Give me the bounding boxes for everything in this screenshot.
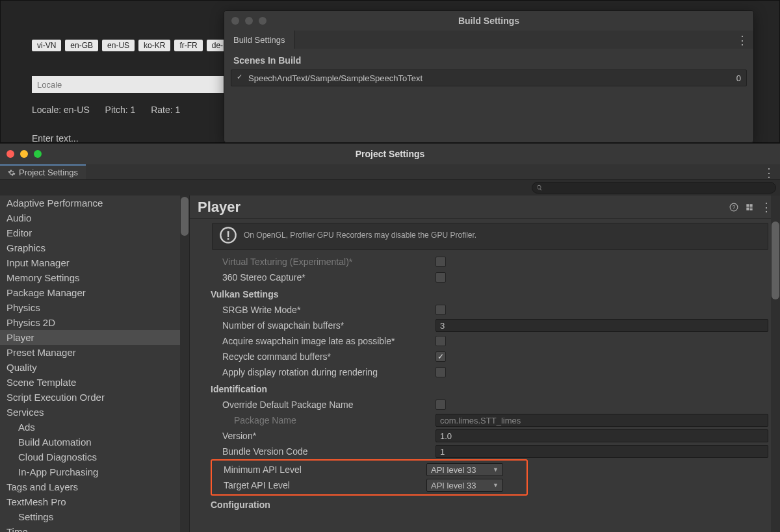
section-configuration: Configuration [202, 496, 768, 513]
sidebar-item-editor[interactable]: Editor [0, 225, 189, 240]
tag-enus[interactable]: en-US [102, 40, 135, 51]
zoom-icon[interactable] [259, 17, 266, 25]
ps-sidebar[interactable]: Adaptive Performance Audio Editor Graphi… [0, 196, 190, 532]
ps-titlebar[interactable]: Project Settings [0, 144, 780, 164]
label-recycle: Recycle command buffers* [222, 351, 436, 362]
scene-list[interactable]: SpeechAndText/Sample/SampleSpeechToText … [231, 70, 747, 86]
main-scroll[interactable]: ! On OpenGL, Profiler GPU Recorders may … [190, 219, 780, 532]
tag-engb[interactable]: en-GB [65, 40, 98, 51]
close-icon[interactable] [231, 17, 239, 25]
gear-icon [8, 169, 16, 177]
label-version: Version* [222, 431, 436, 441]
input-bundle-code[interactable]: 1 [436, 445, 768, 458]
sidebar-item-time[interactable]: Time [0, 524, 189, 532]
label-stereo-capture: 360 Stereo Capture* [222, 272, 436, 283]
label-override-pkg: Override Default Package Name [222, 399, 436, 410]
input-version[interactable]: 1.0 [436, 429, 768, 442]
info-text: On OpenGL, Profiler GPU Recorders may di… [244, 231, 476, 240]
close-icon[interactable] [6, 150, 14, 158]
project-settings-window: Project Settings Project Settings ⋮ Adap… [0, 143, 780, 532]
sidebar-item-scene-template[interactable]: Scene Template [0, 375, 189, 390]
chevron-down-icon: ▼ [493, 466, 499, 473]
sidebar-item-package-manager[interactable]: Package Manager [0, 285, 189, 300]
sidebar-item-tmp-settings[interactable]: Settings [0, 509, 189, 524]
tag-vi[interactable]: vi-VN [32, 40, 61, 51]
kebab-icon[interactable]: ⋮ [763, 166, 775, 180]
label-swapchain-buffers: Number of swapchain buffers* [222, 320, 436, 331]
sidebar-item-quality[interactable]: Quality [0, 360, 189, 375]
input-swapchain-buffers[interactable]: 3 [436, 319, 768, 332]
label-apply-rotation: Apply display rotation during rendering [222, 367, 436, 377]
tag-kokr[interactable]: ko-KR [138, 40, 170, 51]
main-header: Player ? ⋮ [190, 196, 780, 219]
checkbox-srgb[interactable] [436, 305, 446, 315]
sidebar-item-services[interactable]: Services [0, 405, 189, 420]
label-srgb: SRGB Write Mode* [222, 305, 436, 315]
dropdown-target-api[interactable]: API level 33▼ [426, 479, 503, 492]
ps-window-title: Project Settings [356, 149, 425, 159]
sidebar-item-adaptive-performance[interactable]: Adaptive Performance [0, 196, 189, 210]
minimize-icon[interactable] [245, 17, 253, 25]
sidebar-item-build-automation[interactable]: Build Automation [0, 435, 189, 450]
section-vulkan: Vulkan Settings [202, 285, 768, 302]
sidebar-item-cloud-diagnostics[interactable]: Cloud Diagnostics [0, 450, 189, 464]
section-identification: Identification [202, 380, 768, 397]
sidebar-item-in-app-purchasing[interactable]: In-App Purchasing [0, 464, 189, 479]
main-scrollbar[interactable] [771, 196, 780, 532]
highlighted-api-levels: Minimum API Level API level 33▼ Target A… [211, 459, 528, 496]
minimize-icon[interactable] [20, 150, 28, 158]
sidebar-item-script-execution-order[interactable]: Script Execution Order [0, 390, 189, 405]
label-virtual-texturing: Virtual Texturing (Experimental)* [222, 257, 436, 267]
sidebar-item-preset-manager[interactable]: Preset Manager [0, 345, 189, 360]
build-settings-window: Build Settings Build Settings ⋮ Scenes I… [224, 10, 754, 143]
sidebar-item-physics-2d[interactable]: Physics 2D [0, 315, 189, 330]
sidebar-item-audio[interactable]: Audio [0, 210, 189, 225]
scene-index: 0 [736, 73, 741, 83]
info-icon: ! [219, 226, 237, 244]
label-target-api: Target API Level [224, 480, 426, 490]
checkbox-apply-rotation[interactable] [436, 367, 446, 377]
checkmark-icon[interactable] [237, 74, 244, 82]
scene-path: SpeechAndText/Sample/SampleSpeechToText [248, 73, 422, 83]
label-acquire-late: Acquire swapchain image late as possible… [222, 336, 436, 346]
status-rate: Rate: 1 [151, 105, 180, 115]
tag-frfr[interactable]: fr-FR [174, 40, 202, 51]
label-min-api: Minimum API Level [224, 464, 426, 475]
checkbox-acquire-late[interactable] [436, 336, 446, 346]
chevron-down-icon: ▼ [493, 482, 499, 488]
sidebar-item-ads[interactable]: Ads [0, 420, 189, 435]
sidebar-scrollbar[interactable] [180, 196, 189, 532]
sidebar-item-input-manager[interactable]: Input Manager [0, 255, 189, 270]
sidebar-item-memory-settings[interactable]: Memory Settings [0, 270, 189, 285]
preset-icon[interactable] [745, 203, 754, 212]
search-input[interactable] [532, 182, 776, 194]
dropdown-min-api[interactable]: API level 33▼ [426, 463, 503, 476]
ps-tabbar: Project Settings ⋮ [0, 164, 780, 180]
sidebar-item-tags-layers[interactable]: Tags and Layers [0, 479, 189, 494]
build-tabbar: Build Settings ⋮ [224, 31, 753, 49]
status-pitch: Pitch: 1 [105, 105, 136, 115]
checkbox-override-pkg[interactable] [436, 399, 446, 410]
svg-text:!: ! [226, 229, 230, 242]
checkbox-virtual-texturing[interactable] [436, 257, 446, 267]
info-box: ! On OpenGL, Profiler GPU Recorders may … [212, 223, 768, 250]
kebab-icon[interactable]: ⋮ [736, 33, 748, 47]
locale-input[interactable] [32, 76, 227, 93]
help-icon[interactable]: ? [729, 203, 738, 212]
ps-main: Player ? ⋮ ! On OpenGL, Profiler GPU Rec… [190, 196, 780, 532]
sidebar-item-graphics[interactable]: Graphics [0, 240, 189, 255]
sidebar-item-player[interactable]: Player [0, 330, 189, 345]
zoom-icon[interactable] [34, 150, 42, 158]
ps-searchbar [0, 180, 780, 196]
svg-text:?: ? [733, 204, 736, 210]
label-bundle-code: Bundle Version Code [222, 446, 436, 457]
ps-tab-label: Project Settings [19, 168, 78, 177]
checkbox-stereo-capture[interactable] [436, 272, 446, 283]
tab-project-settings[interactable]: Project Settings [0, 164, 86, 179]
tab-build-settings[interactable]: Build Settings [224, 31, 295, 49]
build-titlebar[interactable]: Build Settings [224, 11, 753, 31]
input-pkg-name[interactable]: com.limes.STT_limes [436, 414, 768, 427]
checkbox-recycle[interactable] [436, 351, 446, 362]
sidebar-item-textmesh-pro[interactable]: TextMesh Pro [0, 494, 189, 509]
sidebar-item-physics[interactable]: Physics [0, 300, 189, 315]
